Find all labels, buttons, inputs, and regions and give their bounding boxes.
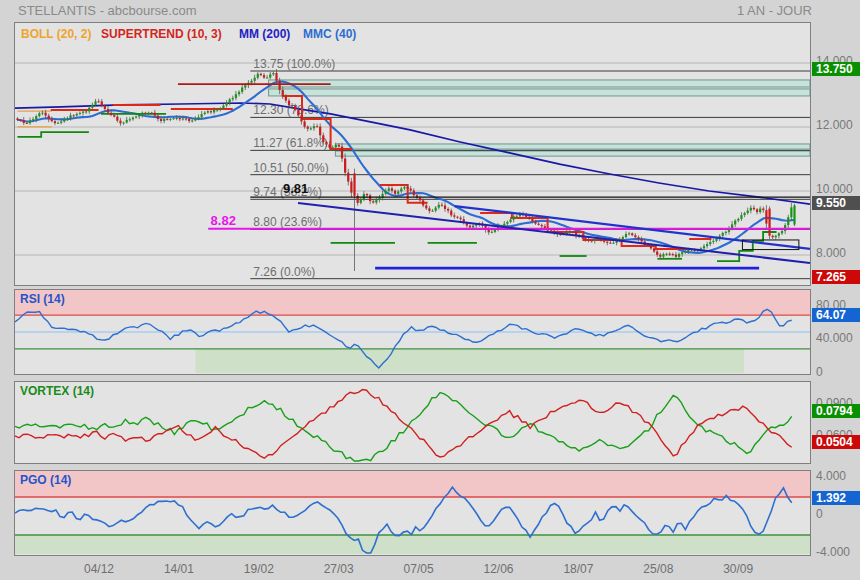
- legend-item[interactable]: BOLL (20, 2): [21, 27, 91, 41]
- rsi-axis-label: 0: [816, 365, 823, 379]
- price-axis-label: 8.000: [816, 246, 846, 260]
- rsi-axis-label: 40.000: [816, 331, 853, 345]
- pgo-panel[interactable]: PGO (14): [14, 470, 811, 556]
- trendline: [298, 203, 810, 263]
- vortex-badge: 0.0504: [812, 435, 860, 449]
- legend-item[interactable]: SUPERTREND (10, 3): [101, 27, 222, 41]
- price-chart-panel[interactable]: 13.75 (100.0%)12.30 (78.6%)11.27 (61.8%)…: [14, 22, 811, 286]
- date-label: 12/06: [483, 562, 513, 576]
- date-axis: 04/1214/0119/0227/0307/0512/0618/0725/08…: [14, 562, 809, 580]
- pgo-axis-label: 4.000: [816, 469, 846, 483]
- pgo-title: PGO (14): [20, 473, 71, 487]
- rsi-title: RSI (14): [20, 292, 65, 306]
- date-label: 04/12: [84, 562, 114, 576]
- supertrend-green: [717, 232, 777, 261]
- level-line-9-81-label: 9.81: [283, 181, 308, 196]
- fib-label: 13.75 (100.0%): [253, 57, 335, 71]
- legend-item[interactable]: MM (200): [239, 27, 290, 41]
- rsi-panel[interactable]: RSI (14): [14, 289, 811, 375]
- resistance-zone: [335, 151, 810, 156]
- resistance-zone: [269, 89, 810, 96]
- pgo-canvas: [15, 471, 810, 555]
- vortex-title: VORTEX (14): [20, 384, 94, 398]
- chart-application: STELLANTIS - abcbourse.com 1 AN - JOUR 1…: [0, 0, 860, 580]
- period-label: 1 AN - JOUR: [737, 3, 812, 18]
- vortex-badge: 0.0794: [812, 404, 860, 418]
- price-axis-label: 12.000: [816, 118, 853, 132]
- rsi-oversold-zone: [195, 349, 744, 373]
- supertrend-green: [17, 132, 89, 137]
- price-axis-label: 10.000: [816, 182, 853, 196]
- rsi-canvas: [15, 290, 810, 374]
- price-badge: 9.550: [812, 196, 860, 210]
- resistance-zone: [335, 144, 810, 149]
- price-badge: 13.750: [812, 62, 860, 76]
- date-label: 07/05: [404, 562, 434, 576]
- date-label: 18/07: [563, 562, 593, 576]
- rsi-overbought-band: [15, 290, 810, 315]
- pgo-axis-label: -4.000: [816, 545, 850, 559]
- date-label: 27/03: [324, 562, 354, 576]
- pgo-axis-label: 0: [816, 507, 823, 521]
- resistance-zone: [269, 80, 810, 87]
- fib-label: 7.26 (0.0%): [253, 265, 315, 279]
- pgo-lower-band: [15, 535, 810, 554]
- date-label: 25/08: [643, 562, 673, 576]
- date-label: 30/09: [723, 562, 753, 576]
- rsi-badge: 64.07: [812, 308, 860, 322]
- price-chart-canvas: 13.75 (100.0%)12.30 (78.6%)11.27 (61.8%)…: [15, 23, 810, 285]
- legend-item[interactable]: MMC (40): [303, 27, 356, 41]
- fib-label: 10.51 (50.0%): [253, 161, 328, 175]
- pgo-badge: 1.392: [812, 491, 860, 505]
- date-label: 14/01: [164, 562, 194, 576]
- price-badge: 7.265: [812, 270, 860, 284]
- mmc40-line: [18, 82, 795, 253]
- alert-line-8-82-label: 8.82: [211, 213, 236, 228]
- vortex-panel[interactable]: VORTEX (14): [14, 381, 811, 464]
- fib-label: 11.27 (61.8%): [253, 136, 328, 150]
- vortex-canvas: [15, 382, 810, 463]
- vortex-plus-line: [15, 393, 792, 461]
- pgo-upper-band: [15, 471, 810, 497]
- date-label: 19/02: [244, 562, 274, 576]
- candles: [16, 69, 795, 271]
- fib-label: 8.80 (23.6%): [253, 215, 322, 229]
- instrument-title: STELLANTIS - abcbourse.com: [18, 3, 196, 18]
